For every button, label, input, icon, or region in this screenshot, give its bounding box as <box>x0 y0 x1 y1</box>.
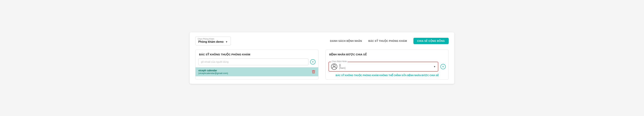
email-input[interactable] <box>198 58 308 65</box>
patient-select-content: () (Nam) ▼ <box>329 62 438 71</box>
clinic-selector-label: Chọn Phòng Khám <box>198 38 214 40</box>
trash-icon <box>312 70 316 74</box>
nav-link-danh-sach[interactable]: DANH SÁCH BỆNH NHÂN <box>330 40 362 42</box>
header: Chọn Phòng Khám Phòng khám demo ▼ DANH S… <box>195 37 449 45</box>
left-panel: BÁC SỸ KHÔNG THUỘC PHÒNG KHÁM + viceph c… <box>195 50 318 80</box>
right-panel: BỆNH NHÂN ĐƯỢC CHIA SẺ Chọn Bệnh Nhân () <box>326 50 449 80</box>
patient-select-row: Chọn Bệnh Nhân () (Nam) ▼ <box>326 58 448 73</box>
patient-select-label: Chọn Bệnh Nhân <box>331 60 348 62</box>
main-content: BÁC SỸ KHÔNG THUỘC PHÒNG KHÁM + viceph c… <box>195 50 449 80</box>
input-row: + <box>196 58 318 67</box>
patient-gender: (Nam) <box>339 67 432 69</box>
add-doctor-button[interactable]: + <box>310 59 316 64</box>
user-info: viceph calendar (vicephcalendar@gmail.co… <box>198 69 228 74</box>
left-panel-title: BÁC SỸ KHÔNG THUỘC PHÒNG KHÁM <box>196 50 318 58</box>
chia-se-cong-dong-button[interactable]: CHIA SẺ CỘNG ĐỒNG <box>414 38 449 44</box>
svg-point-0 <box>333 64 335 67</box>
clinic-selector-value[interactable]: Phòng khám demo ▼ <box>198 40 228 43</box>
add-patient-button[interactable]: + <box>440 64 446 69</box>
patient-name: () <box>339 64 432 67</box>
nav-link-bac-sy-thuoc[interactable]: BÁC SỸ THUỘC PHÒNG KHÁM <box>368 40 407 42</box>
patient-select-wrapper[interactable]: Chọn Bệnh Nhân () (Nam) ▼ <box>328 62 438 71</box>
user-email: (vicephcalendar@gmail.com) <box>198 72 228 74</box>
chevron-down-icon: ▼ <box>225 40 228 43</box>
delete-user-button[interactable] <box>312 70 316 74</box>
warning-text: BÁC SỸ KHÔNG THUỘC PHÒNG KHÁM KHÔNG THỂ … <box>326 73 448 77</box>
right-panel-title: BỆNH NHÂN ĐƯỢC CHIA SẺ <box>326 50 448 58</box>
chevron-select-icon: ▼ <box>433 65 436 68</box>
clinic-name: Phòng khám demo <box>198 40 224 43</box>
main-container: Chọn Phòng Khám Phòng khám demo ▼ DANH S… <box>190 32 454 84</box>
nav-links: DANH SÁCH BỆNH NHÂN BÁC SỸ THUỘC PHÒNG K… <box>330 38 449 44</box>
avatar-icon <box>331 63 337 70</box>
clinic-selector[interactable]: Chọn Phòng Khám Phòng khám demo ▼ <box>195 37 231 45</box>
user-row: viceph calendar (vicephcalendar@gmail.co… <box>196 67 318 76</box>
patient-info: () (Nam) <box>339 64 432 69</box>
user-name: viceph calendar <box>198 69 228 72</box>
